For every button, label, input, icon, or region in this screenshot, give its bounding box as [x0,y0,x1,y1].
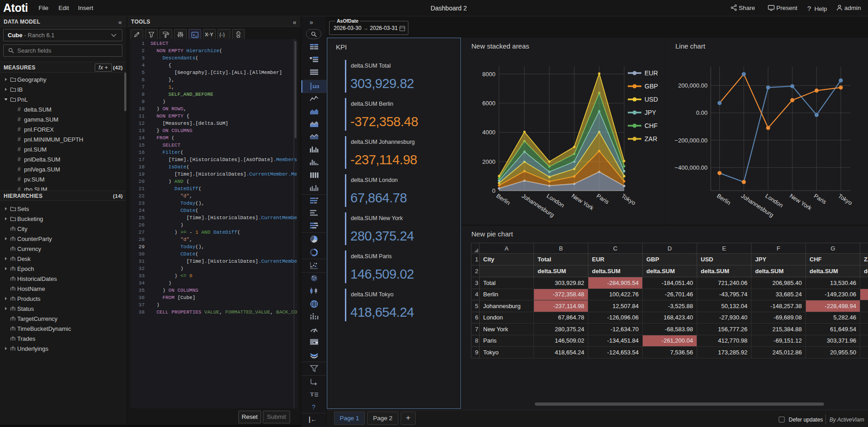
svg-text:London: London [764,192,785,209]
svg-text:Tokyo: Tokyo [620,192,637,206]
svg-text:GBP: GBP [645,83,658,90]
svg-text:6000: 6000 [482,100,495,107]
svg-text:123: 123 [312,84,319,89]
svg-text:?: ? [312,403,315,411]
svg-text:−400,000.00: −400,000.00 [674,164,708,171]
svg-text:E: E [310,57,312,60]
svg-text:−200,000.00: −200,000.00 [674,137,708,144]
svg-text:New York: New York [570,192,595,212]
svg-text:2000: 2000 [482,158,495,165]
svg-text:Berlin: Berlin [495,192,511,206]
svg-text:{-}: {-} [219,31,225,37]
svg-text:Paris: Paris [813,192,828,206]
svg-text:200,000.00: 200,000.00 [678,82,708,89]
svg-text:JPY: JPY [645,109,656,116]
svg-text:ZAR: ZAR [645,135,657,142]
svg-text:8000: 8000 [482,71,495,78]
svg-text:London: London [545,192,566,209]
svg-text:Tokyo: Tokyo [837,192,853,206]
svg-text:Berlin: Berlin [716,192,732,206]
svg-text:Paris: Paris [595,192,610,206]
svg-text:New York: New York [788,192,813,212]
svg-text:4000: 4000 [482,129,495,136]
svg-text:CHF: CHF [645,122,658,129]
svg-text:EUR: EUR [645,69,658,77]
svg-text:USD: USD [645,96,658,103]
svg-text:0.00: 0.00 [696,109,708,116]
svg-text:0: 0 [492,187,495,194]
svg-text:X·Y: X·Y [205,32,213,37]
svg-text:T: T [310,391,314,398]
